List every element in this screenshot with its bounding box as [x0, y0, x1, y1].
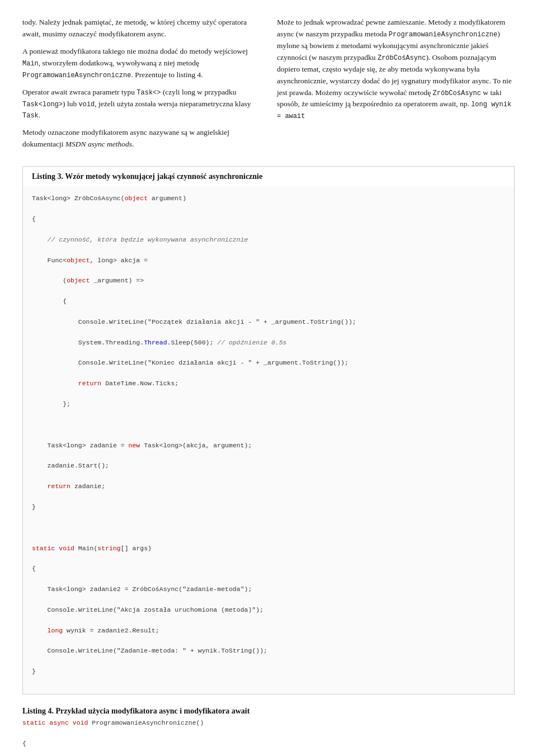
left-para-4: Metody oznaczone modyfikatorem async naz…	[22, 127, 260, 150]
listing-4-code: static async void ProgramowanieAsynchron…	[22, 718, 515, 756]
listing-3-title: Listing 3. Wzór metody wykonującej jakąś…	[23, 167, 514, 187]
two-column-text: tody. Należy jednak pamiętać, że metodę,…	[22, 17, 515, 156]
left-column: tody. Należy jednak pamiętać, że metodę,…	[22, 17, 260, 156]
page-content: tody. Należy jednak pamiętać, że metodę,…	[0, 0, 537, 756]
right-para-1: Może to jednak wprowadzać pewne zamiesza…	[277, 17, 515, 122]
listing-3-box: Listing 3. Wzór metody wykonującej jakąś…	[22, 166, 515, 694]
right-column: Może to jednak wprowadzać pewne zamiesza…	[277, 17, 515, 156]
left-para-2: A ponieważ modyfikatora takiego nie możn…	[22, 46, 260, 81]
left-para-1: tody. Należy jednak pamiętać, że metodę,…	[22, 17, 260, 40]
listing-3-code: Task<long> ZróbCośAsync(object argument)…	[23, 187, 514, 694]
left-para-3: Operator await zwraca parametr typu Task…	[22, 87, 260, 122]
listing-4-title: Listing 4. Przykład użycia modyfikatora …	[22, 707, 515, 716]
